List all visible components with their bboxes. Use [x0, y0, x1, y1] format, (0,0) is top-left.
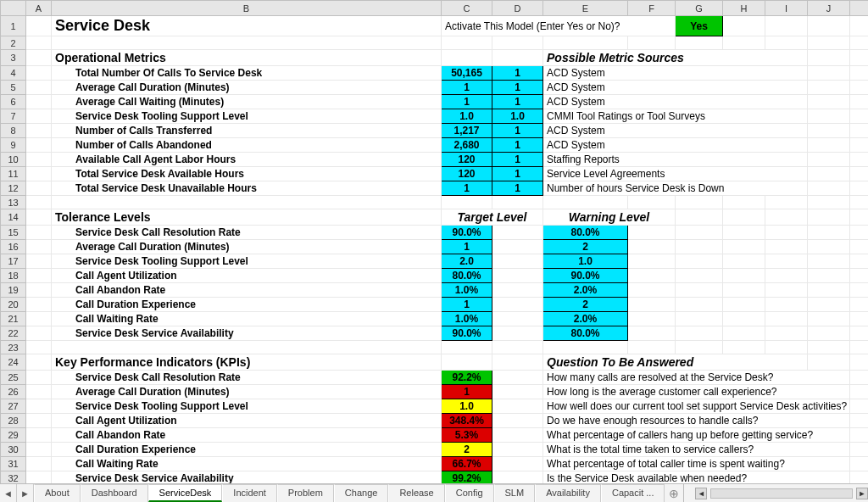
cell[interactable]: [26, 109, 52, 124]
cell[interactable]: [492, 50, 543, 66]
cell[interactable]: [628, 341, 676, 354]
metric-value-c[interactable]: 1: [442, 81, 492, 95]
cell[interactable]: [850, 109, 869, 124]
cell[interactable]: [492, 226, 543, 240]
tolerance-warning[interactable]: 2: [543, 298, 628, 312]
cell[interactable]: [26, 66, 52, 81]
cell[interactable]: [676, 254, 723, 269]
cell[interactable]: [765, 269, 808, 283]
metric-value-c[interactable]: 1: [442, 181, 492, 196]
cell[interactable]: [850, 167, 869, 181]
cell[interactable]: [850, 312, 869, 326]
col-header-G[interactable]: G: [676, 1, 723, 16]
row-header-32[interactable]: 32: [1, 471, 26, 484]
scroll-right-button[interactable]: ►: [856, 488, 868, 499]
cell[interactable]: [492, 354, 543, 371]
row-header-28[interactable]: 28: [1, 414, 26, 428]
cell[interactable]: [492, 341, 543, 354]
cell[interactable]: [628, 254, 676, 269]
cell[interactable]: [850, 341, 869, 354]
tolerance-warning[interactable]: 2: [543, 240, 628, 254]
select-all-corner[interactable]: [1, 1, 26, 16]
kpi-value[interactable]: 1.0: [442, 399, 492, 414]
cell[interactable]: [676, 312, 723, 326]
cell[interactable]: [26, 254, 52, 269]
row-header-29[interactable]: 29: [1, 428, 26, 443]
cell[interactable]: [26, 298, 52, 312]
metric-value-d[interactable]: 1: [492, 66, 543, 81]
cell[interactable]: [850, 471, 869, 484]
cell[interactable]: [808, 138, 850, 153]
cell[interactable]: [26, 209, 52, 226]
cell[interactable]: [492, 298, 543, 312]
cell[interactable]: [628, 240, 676, 254]
cell[interactable]: [765, 209, 808, 226]
cell[interactable]: [26, 443, 52, 457]
cell[interactable]: [723, 254, 765, 269]
cell[interactable]: [850, 326, 869, 341]
cell[interactable]: [850, 428, 869, 443]
cell[interactable]: [26, 428, 52, 443]
row-header-2[interactable]: 2: [1, 36, 26, 50]
cell[interactable]: [850, 50, 869, 66]
cell[interactable]: [492, 312, 543, 326]
cell[interactable]: [676, 341, 723, 354]
cell[interactable]: [723, 16, 765, 36]
row-header-25[interactable]: 25: [1, 371, 26, 385]
cell[interactable]: [26, 354, 52, 371]
cell[interactable]: [765, 16, 808, 36]
kpi-value[interactable]: 2: [442, 443, 492, 457]
tolerance-warning[interactable]: 80.0%: [543, 226, 628, 240]
cell[interactable]: [26, 124, 52, 138]
cell[interactable]: [628, 36, 676, 50]
row-header-31[interactable]: 31: [1, 457, 26, 471]
cell[interactable]: [808, 16, 850, 36]
cell[interactable]: [26, 36, 52, 50]
cell[interactable]: [850, 354, 869, 371]
cell[interactable]: [543, 196, 628, 209]
cell[interactable]: [442, 354, 492, 371]
kpi-value[interactable]: 1: [442, 385, 492, 399]
tolerance-warning[interactable]: 2.0%: [543, 312, 628, 326]
row-header-22[interactable]: 22: [1, 326, 26, 341]
cell[interactable]: [26, 457, 52, 471]
cell[interactable]: [52, 36, 442, 50]
tab-nav-next[interactable]: ►: [17, 484, 34, 502]
cell[interactable]: [850, 124, 869, 138]
col-header-F[interactable]: F: [628, 1, 676, 16]
cell[interactable]: [26, 240, 52, 254]
tolerance-target[interactable]: 90.0%: [442, 226, 492, 240]
cell[interactable]: [723, 196, 765, 209]
cell[interactable]: [628, 283, 676, 298]
cell[interactable]: [850, 399, 869, 414]
tolerance-target[interactable]: 1.0%: [442, 312, 492, 326]
cell[interactable]: [52, 196, 442, 209]
cell[interactable]: [628, 298, 676, 312]
cell[interactable]: [808, 81, 850, 95]
cell[interactable]: [808, 240, 850, 254]
cell[interactable]: [676, 36, 723, 50]
tab-availability[interactable]: Availability: [535, 484, 601, 502]
cell[interactable]: [850, 269, 869, 283]
cell[interactable]: [26, 326, 52, 341]
tolerance-target[interactable]: 1: [442, 298, 492, 312]
cell[interactable]: [492, 457, 543, 471]
cell[interactable]: [808, 124, 850, 138]
cell[interactable]: [26, 226, 52, 240]
scroll-track[interactable]: [710, 488, 853, 499]
cell[interactable]: [26, 414, 52, 428]
cell[interactable]: [492, 471, 543, 484]
tab-dashboard[interactable]: Dashboard: [81, 484, 148, 502]
cell[interactable]: [808, 196, 850, 209]
cell[interactable]: [676, 240, 723, 254]
cell[interactable]: [850, 181, 869, 196]
row-header-13[interactable]: 13: [1, 196, 26, 209]
cell[interactable]: [723, 36, 765, 50]
cell[interactable]: [808, 167, 850, 181]
row-header-23[interactable]: 23: [1, 341, 26, 354]
cell[interactable]: [850, 385, 869, 399]
kpi-value[interactable]: 92.2%: [442, 371, 492, 385]
col-header-B[interactable]: B: [52, 1, 442, 16]
metric-value-c[interactable]: 2,680: [442, 138, 492, 153]
tab-config[interactable]: Config: [445, 484, 494, 502]
